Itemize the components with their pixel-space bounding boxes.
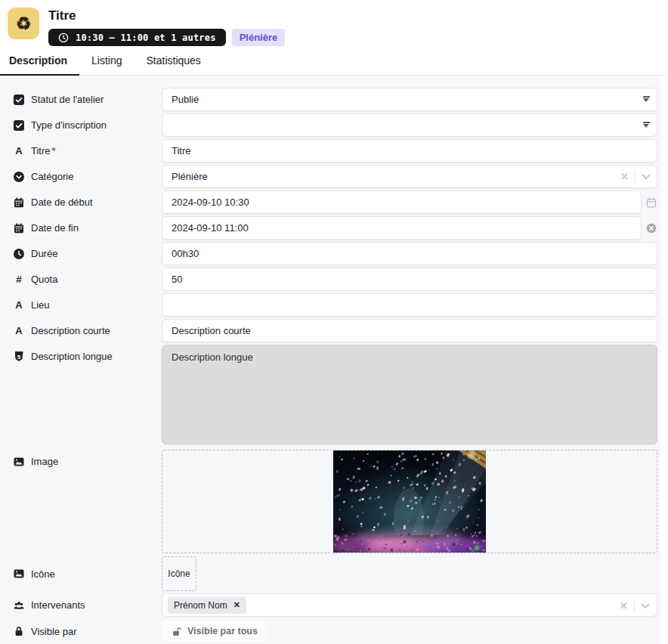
field-label-image: Image [0, 450, 162, 467]
clear-icon[interactable]: ✕ [620, 171, 629, 182]
check-square-icon [14, 94, 24, 105]
workshop-recycle-icon: ♻ [8, 8, 39, 39]
tab-listing[interactable]: Listing [91, 53, 122, 75]
text-field-icon: A [14, 299, 24, 311]
datepicker-calendar-icon[interactable] [646, 197, 657, 208]
clock-fill-icon [14, 249, 24, 259]
badge-row: 10:30 – 11:00 et 1 autres Plénière [48, 29, 285, 46]
description-courte-input[interactable] [162, 319, 657, 342]
caret-down-circle-icon [14, 172, 24, 182]
workshop-form: Statut de l'atelier Type d'inscription A… [0, 76, 660, 644]
category-badge: Plénière [232, 29, 286, 46]
intervenants-select[interactable]: Prénom Nom ✕ ✕ [162, 593, 657, 617]
required-asterisk: * [52, 145, 56, 156]
field-label-date-debut: Date de début [0, 197, 162, 208]
field-row-visible-par: Visible par Visible par tous [0, 621, 657, 642]
field-row-statut: Statut de l'atelier [0, 88, 657, 111]
field-label-statut: Statut de l'atelier [0, 94, 162, 105]
statut-select[interactable] [162, 88, 657, 111]
users-icon [14, 600, 24, 611]
description-longue-textarea[interactable]: Description longue [162, 345, 657, 444]
tab-statistiques[interactable]: Statistiques [146, 53, 200, 75]
tab-description[interactable]: Description [9, 53, 67, 75]
intervenant-tag-label: Prénom Nom [174, 600, 227, 611]
lieu-input[interactable] [162, 293, 657, 317]
titre-input[interactable] [162, 139, 657, 163]
image-icon [14, 568, 24, 579]
tab-bar: Description Listing Statistiques [0, 46, 668, 76]
field-label-description-courte: A Description courte [0, 325, 162, 336]
field-row-type-inscription: Type d'inscription [0, 113, 657, 137]
calendar-icon [14, 197, 24, 208]
field-label-intervenants: Intervenants [0, 599, 162, 611]
separator [635, 170, 636, 183]
clock-icon [58, 33, 69, 43]
field-label-description-longue: 5 Description longue [0, 345, 162, 362]
time-badge: 10:30 – 11:00 et 1 autres [48, 29, 226, 46]
field-row-intervenants: Intervenants Prénom Nom ✕ ✕ [0, 593, 657, 617]
chevron-down-icon[interactable] [642, 174, 651, 180]
html5-shield-icon: 5 [15, 351, 23, 361]
select-caret-icon[interactable] [643, 122, 650, 128]
field-row-duree: Durée [0, 242, 657, 265]
date-fin-input[interactable] [162, 216, 642, 240]
field-label-icone: Icône [0, 568, 162, 580]
visible-par-value: Visible par tous [187, 626, 258, 636]
remove-tag-icon[interactable]: ✕ [233, 600, 240, 610]
unlock-icon [172, 627, 181, 636]
icone-dropzone-label: Icône [168, 568, 190, 579]
type-inscription-select[interactable] [162, 113, 657, 137]
field-row-lieu: A Lieu [0, 293, 657, 317]
field-row-description-courte: A Description courte [0, 319, 657, 342]
field-label-lieu: A Lieu [0, 299, 162, 311]
field-row-categorie: Catégorie ✕ [0, 165, 657, 188]
field-label-type-inscription: Type d'inscription [0, 119, 162, 131]
field-label-date-fin: Date de fin [0, 222, 162, 234]
field-label-duree: Durée [0, 248, 162, 259]
icone-dropzone[interactable]: Icône [162, 556, 196, 591]
clear-icon[interactable]: ✕ [620, 600, 628, 611]
chevron-down-icon[interactable] [641, 603, 650, 609]
calendar-icon [14, 223, 24, 234]
field-row-quota: # Quota [0, 268, 657, 291]
quota-input[interactable] [162, 268, 657, 291]
duree-input[interactable] [162, 242, 657, 265]
field-label-categorie: Catégorie [0, 171, 162, 182]
visible-par-button[interactable]: Visible par tous [162, 621, 268, 642]
image-dropzone[interactable] [162, 450, 657, 553]
field-row-icone: Icône Icône [0, 556, 657, 591]
page-title: Titre [48, 8, 285, 23]
field-row-titre: A Titre* [0, 139, 657, 163]
field-row-date-debut: Date de début [0, 190, 657, 214]
clear-circle-icon[interactable] [646, 223, 657, 234]
separator [634, 599, 635, 612]
image-preview[interactable] [333, 450, 486, 553]
lock-icon [14, 626, 24, 636]
field-row-image: Image [0, 450, 657, 553]
field-row-description-longue: 5 Description longue Description longue [0, 345, 657, 444]
field-label-quota: # Quota [0, 274, 162, 285]
date-debut-input[interactable] [162, 190, 642, 214]
time-badge-label: 10:30 – 11:00 et 1 autres [76, 33, 216, 43]
select-caret-icon[interactable] [643, 96, 650, 103]
intervenant-tag: Prénom Nom ✕ [168, 597, 246, 614]
field-row-date-fin: Date de fin [0, 216, 657, 240]
image-icon [14, 457, 24, 467]
page-header: ♻ Titre 10:30 – 11:00 et 1 autres Pléniè… [0, 0, 668, 76]
categorie-select[interactable] [162, 165, 657, 188]
hash-icon: # [14, 274, 24, 285]
text-field-icon: A [14, 325, 24, 336]
text-field-icon: A [14, 145, 24, 156]
check-square-icon [14, 120, 24, 131]
field-label-titre: A Titre* [0, 145, 162, 156]
field-label-visible-par: Visible par [0, 626, 162, 637]
